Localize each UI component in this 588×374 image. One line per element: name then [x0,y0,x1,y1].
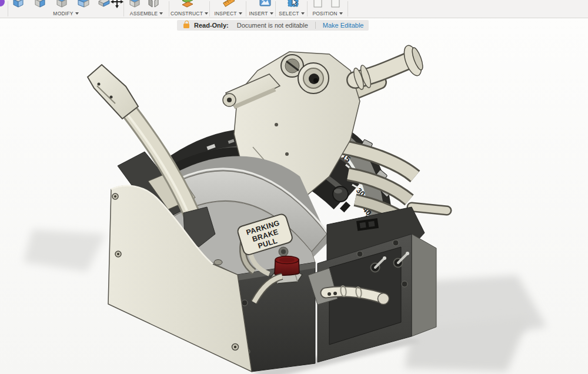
rod-end-ball [378,293,389,305]
toolbar-divider [246,1,246,16]
panel-hole [279,247,288,256]
inspect-menu[interactable]: INSPECT [210,11,246,16]
toolbar-group-select: SELECT [276,0,308,18]
construct-menu[interactable]: CONSTRUCT [169,11,209,16]
insert-menu[interactable]: INSERT [246,11,276,16]
chevron-down-icon [301,12,305,15]
lock-icon [183,24,189,28]
toolbar: MODIFY ASSEMBLE CONSTRUCT INSPECT INSERT… [0,0,588,18]
lever-handle-screw-2 [110,96,113,99]
toolbar-divider [348,1,348,16]
toolbar-divider [307,1,308,16]
lever-handle-screw [98,83,101,86]
throttle-quadrant-model[interactable]: 15 25 30 40 [0,0,588,374]
toolbar-divider [8,1,8,16]
readonly-message: Document is not editable [237,22,308,29]
shadow-left [24,229,106,272]
readonly-label: Read-Only: [194,22,229,29]
pivot-bearing-large [298,63,329,94]
modify-menu[interactable]: MODIFY [8,11,123,16]
sketch-icon[interactable] [0,0,8,8]
chevron-down-icon [239,12,242,15]
top-screw-boss [214,260,222,265]
toolbar-group-construct: CONSTRUCT [169,0,209,18]
chevron-down-icon [75,12,79,15]
gate-knob[interactable] [333,186,348,202]
chevron-down-icon [339,12,343,15]
lever-handle [88,65,138,119]
toolbar-group-position: POSITION [308,0,348,18]
position-menu[interactable]: POSITION [308,11,348,16]
toolbar-divider [209,1,210,16]
select-menu[interactable]: SELECT [276,11,308,16]
toolbar-divider [275,1,276,16]
assemble-menu[interactable]: ASSEMBLE [124,11,169,16]
make-editable-link[interactable]: Make Editable [323,22,364,29]
banner-divider [315,22,316,29]
model-viewport[interactable]: 15 25 30 40 [0,18,588,374]
toolbar-divider [169,1,169,16]
toolbar-group-modify: MODIFY [8,0,123,18]
chevron-down-icon [159,12,163,15]
bracket-hole-2 [333,292,337,295]
base-right-wall [412,234,436,336]
gate-knob-highlight [334,189,342,193]
toolbar-group-assemble: ASSEMBLE [124,0,169,18]
chevron-down-icon [205,12,208,15]
chevron-down-icon [270,12,273,15]
knob-top-inner [279,258,295,262]
gate-label-plate [340,202,350,213]
bracket-hole [328,292,331,296]
linkage-tabs [341,147,447,219]
thrust-grip-front[interactable] [352,44,425,91]
readonly-banner: Read-Only: Document is not editable Make… [177,20,369,31]
toolbar-group-insert: INSERT [246,0,276,18]
toolbar-group-inspect: INSPECT [210,0,246,18]
toolbar-divider [123,1,124,16]
